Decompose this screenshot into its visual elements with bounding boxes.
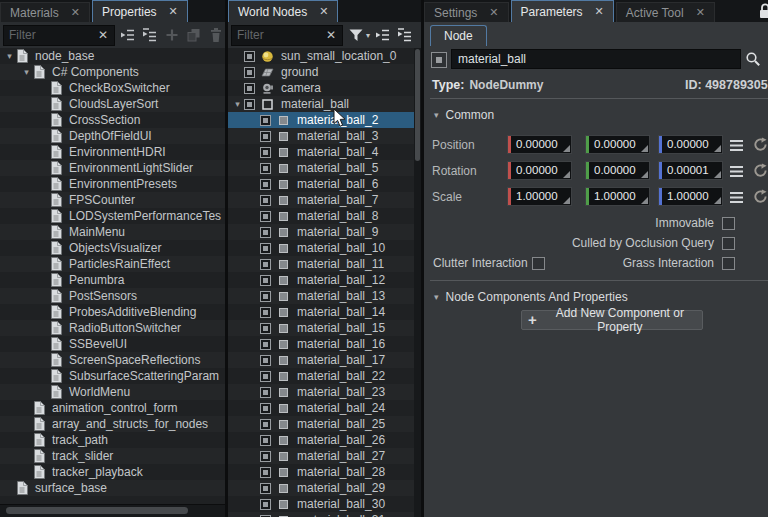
node-item[interactable]: material_ball_6 [228, 176, 414, 192]
tree-item[interactable]: EnvironmentHDRI [0, 144, 225, 160]
filter-input[interactable] [4, 28, 92, 42]
tree-item[interactable]: ObjectsVisualizer [0, 240, 225, 256]
node-enabled-checkbox[interactable] [260, 211, 271, 222]
reset-icon[interactable] [752, 162, 768, 179]
immovable-checkbox[interactable] [722, 217, 735, 230]
expand-all-icon[interactable] [140, 26, 159, 45]
node-enabled-checkbox[interactable] [260, 467, 271, 478]
menu-icon[interactable] [728, 137, 744, 153]
tab-settings[interactable]: Settings [424, 2, 509, 22]
tree-item[interactable]: ProbesAdditiveBlending [0, 304, 225, 320]
rotation-z-field[interactable]: 0.00001 [658, 161, 723, 180]
tab-active-tool[interactable]: Active Tool [616, 2, 715, 22]
collapse-all-icon[interactable] [373, 26, 392, 45]
node-enabled-checkbox[interactable] [260, 339, 271, 350]
tree-item[interactable]: CrossSection [0, 112, 225, 128]
expand-arrow-icon[interactable] [231, 100, 244, 109]
clone-icon[interactable] [184, 26, 203, 45]
filter-input[interactable] [232, 28, 320, 42]
tree-item[interactable]: EnvironmentPresets [0, 176, 225, 192]
node-item[interactable]: material_ball_7 [228, 192, 414, 208]
node-item[interactable]: material_ball_28 [228, 464, 414, 480]
tree-item[interactable]: Penumbra [0, 272, 225, 288]
tree-item[interactable]: MainMenu [0, 224, 225, 240]
tree-item[interactable]: SubsurfaceScatteringParam [0, 368, 225, 384]
node-item[interactable]: camera [228, 80, 414, 96]
node-enabled-checkbox[interactable] [260, 499, 271, 510]
node-item[interactable]: material_ball [228, 96, 414, 112]
tree-item[interactable]: EnvironmentLightSlider [0, 160, 225, 176]
node-item[interactable]: material_ball_26 [228, 432, 414, 448]
node-enabled-checkbox[interactable] [260, 323, 271, 334]
close-icon[interactable] [696, 7, 705, 18]
node-enabled-checkbox[interactable] [244, 99, 255, 110]
node-enabled-checkbox[interactable] [260, 307, 271, 318]
node-enabled-checkbox[interactable] [244, 51, 255, 62]
drag-handle-icon[interactable] [563, 145, 570, 152]
node-item[interactable]: material_ball_11 [228, 256, 414, 272]
tree-item[interactable]: ParticlesRainEffect [0, 256, 225, 272]
grass-interaction-checkbox[interactable] [722, 257, 735, 270]
node-item[interactable]: material_ball_29 [228, 480, 414, 496]
node-item[interactable]: sun_small_location_0 [228, 48, 414, 64]
node-item[interactable]: material_ball_5 [228, 160, 414, 176]
tree-item[interactable]: LODSystemPerformanceTes [0, 208, 225, 224]
node-enabled-checkbox[interactable] [260, 419, 271, 430]
tree-item[interactable]: CheckBoxSwitcher [0, 80, 225, 96]
node-item[interactable]: material_ball_16 [228, 336, 414, 352]
node-item[interactable]: material_ball_23 [228, 384, 414, 400]
tree-item[interactable]: ScreenSpaceReflections [0, 352, 225, 368]
menu-icon[interactable] [728, 189, 744, 205]
add-component-button[interactable]: Add New Component or Property [521, 310, 703, 330]
node-item[interactable]: material_ball_12 [228, 272, 414, 288]
vertical-scrollbar[interactable] [414, 48, 421, 517]
tree-item[interactable]: node_base [0, 48, 225, 64]
node-item[interactable]: material_ball_10 [228, 240, 414, 256]
node-enabled-checkbox[interactable] [260, 163, 271, 174]
tree-item[interactable]: RadioButtonSwitcher [0, 320, 225, 336]
node-enabled-checkbox[interactable] [260, 291, 271, 302]
drag-handle-icon[interactable] [714, 197, 721, 204]
reset-icon[interactable] [752, 136, 768, 153]
scale-x-field[interactable]: 1.00000 [507, 187, 572, 206]
clutter-interaction-checkbox[interactable] [532, 257, 545, 270]
node-enabled-checkbox[interactable] [260, 179, 271, 190]
node-item[interactable]: material_ball_9 [228, 224, 414, 240]
section-common-header[interactable]: Common [434, 107, 494, 123]
tree-item[interactable]: tracker_playback [0, 464, 225, 480]
tab-materials[interactable]: Materials [0, 2, 90, 22]
scale-z-field[interactable]: 1.00000 [658, 187, 723, 206]
node-enabled-checkbox[interactable] [260, 243, 271, 254]
node-item[interactable]: material_ball_2 [228, 112, 414, 128]
rotation-x-field[interactable]: 0.00000 [507, 161, 572, 180]
node-item[interactable]: material_ball_22 [228, 368, 414, 384]
node-item[interactable]: material_ball_30 [228, 496, 414, 512]
close-icon[interactable] [71, 7, 80, 18]
delete-icon[interactable] [206, 26, 225, 45]
node-item[interactable]: material_ball_27 [228, 448, 414, 464]
section-components-header[interactable]: Node Components And Properties [434, 289, 628, 305]
node-enabled-checkbox[interactable] [244, 83, 255, 94]
tree-item[interactable]: SSBevelUI [0, 336, 225, 352]
node-item[interactable]: material_ball_15 [228, 320, 414, 336]
node-item[interactable]: material_ball_14 [228, 304, 414, 320]
node-item[interactable]: material_ball_4 [228, 144, 414, 160]
position-x-field[interactable]: 0.00000 [507, 135, 572, 154]
position-z-field[interactable]: 0.00000 [658, 135, 723, 154]
node-name-input[interactable] [451, 49, 741, 69]
subtab-node[interactable]: Node [430, 25, 487, 46]
node-item[interactable]: material_ball_8 [228, 208, 414, 224]
tree-item[interactable]: array_and_structs_for_nodes [0, 416, 225, 432]
search-icon[interactable] [744, 50, 762, 68]
filter-funnel-icon[interactable] [346, 26, 365, 45]
node-enabled-checkbox[interactable] [260, 483, 271, 494]
tree-item[interactable]: C# Components [0, 64, 225, 80]
node-item[interactable]: ground [228, 64, 414, 80]
tab-properties[interactable]: Properties [92, 0, 188, 22]
expand-arrow-icon[interactable] [20, 68, 33, 77]
clear-filter-icon[interactable] [92, 29, 114, 41]
menu-icon[interactable] [728, 163, 744, 179]
node-item[interactable]: material_ball_31 [228, 512, 414, 517]
node-enabled-checkbox[interactable] [260, 387, 271, 398]
drag-handle-icon[interactable] [714, 145, 721, 152]
